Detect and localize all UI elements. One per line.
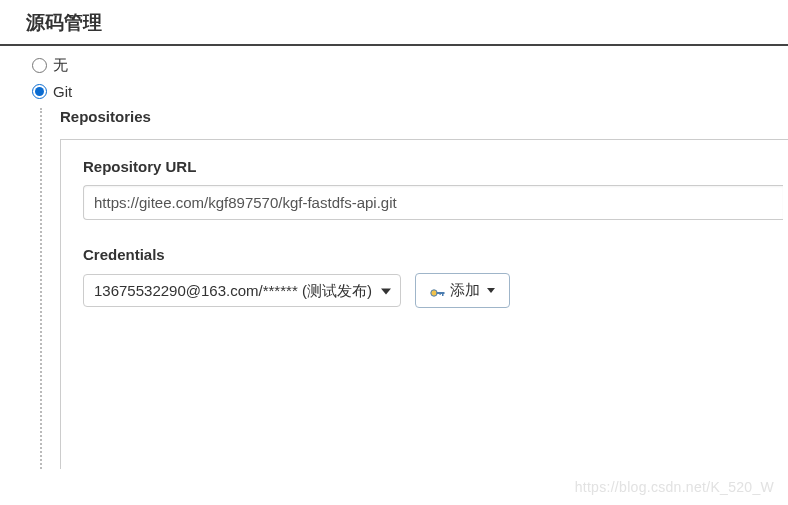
scm-radio-git[interactable] xyxy=(32,84,47,99)
scm-option-none[interactable]: 无 xyxy=(32,56,788,75)
chevron-down-icon xyxy=(487,288,495,293)
credentials-select[interactable]: 13675532290@163.com/****** (测试发布) xyxy=(83,274,401,307)
svg-rect-2 xyxy=(442,292,444,296)
svg-rect-3 xyxy=(440,292,441,295)
key-icon xyxy=(430,285,446,297)
credentials-select-wrapper: 13675532290@163.com/****** (测试发布) xyxy=(83,274,401,307)
scm-radio-none[interactable] xyxy=(32,58,47,73)
scm-options: 无 Git Repositories Repository URL Creden… xyxy=(0,46,788,469)
git-subsection: Repositories Repository URL Credentials … xyxy=(40,108,788,469)
credentials-section: Credentials 13675532290@163.com/****** (… xyxy=(83,246,788,308)
repository-box: Repository URL Credentials 13675532290@1… xyxy=(60,139,788,469)
repo-url-input[interactable] xyxy=(83,185,783,220)
scm-option-git[interactable]: Git xyxy=(32,83,788,100)
scm-git-label: Git xyxy=(53,83,72,100)
credentials-label: Credentials xyxy=(83,246,788,263)
watermark: https://blog.csdn.net/K_520_W xyxy=(575,479,774,495)
repositories-label: Repositories xyxy=(60,108,788,125)
section-title: 源码管理 xyxy=(0,0,788,46)
svg-point-0 xyxy=(431,289,437,295)
credentials-row: 13675532290@163.com/****** (测试发布) xyxy=(83,273,788,308)
add-credentials-button[interactable]: 添加 xyxy=(415,273,510,308)
add-button-label: 添加 xyxy=(450,281,480,300)
repo-url-label: Repository URL xyxy=(83,158,788,175)
scm-none-label: 无 xyxy=(53,56,68,75)
